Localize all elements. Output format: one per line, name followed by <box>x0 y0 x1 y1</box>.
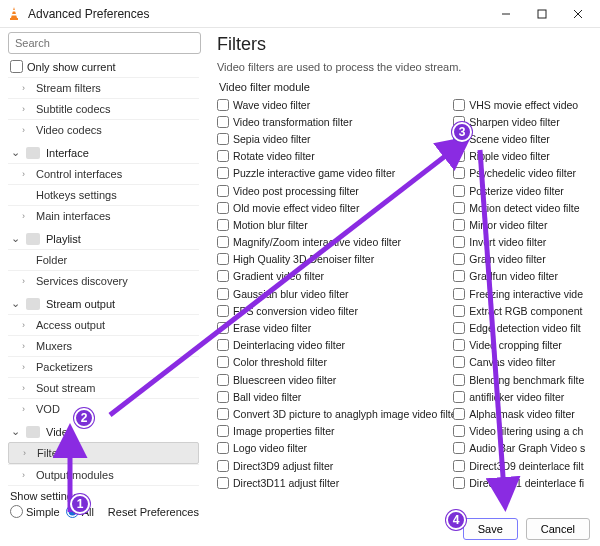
filter-checkbox[interactable] <box>217 477 229 489</box>
filter-checkbox[interactable] <box>453 391 465 403</box>
filter-checkbox-item[interactable]: antiflicker video filter <box>453 389 592 404</box>
filter-checkbox-item[interactable]: Audio Bar Graph Video s <box>453 441 592 456</box>
tree-item-muxers[interactable]: ›Muxers <box>8 335 199 356</box>
cancel-button[interactable]: Cancel <box>526 518 590 540</box>
filter-checkbox[interactable] <box>217 150 229 162</box>
tree-group-interface[interactable]: ⌄Interface <box>8 140 199 163</box>
filter-checkbox-item[interactable]: Posterize video filter <box>453 183 592 198</box>
filter-checkbox[interactable] <box>217 305 229 317</box>
filter-checkbox-item[interactable]: Scene video filter <box>453 131 592 146</box>
filter-checkbox-item[interactable]: Logo video filter <box>217 441 453 456</box>
filter-checkbox[interactable] <box>217 236 229 248</box>
filter-checkbox[interactable] <box>453 356 465 368</box>
only-show-current-checkbox[interactable] <box>10 60 23 73</box>
filter-checkbox-item[interactable]: Invert video filter <box>453 235 592 250</box>
tree-item-packetizers[interactable]: ›Packetizers <box>8 356 199 377</box>
filter-checkbox-item[interactable]: Direct3D9 deinterlace filt <box>453 458 592 473</box>
filter-checkbox-item[interactable]: Video post processing filter <box>217 183 453 198</box>
filter-checkbox-item[interactable]: Freezing interactive vide <box>453 286 592 301</box>
filter-checkbox[interactable] <box>453 99 465 111</box>
tree-item-services-discovery[interactable]: ›Services discovery <box>8 270 199 291</box>
filter-checkbox-item[interactable]: Image properties filter <box>217 424 453 439</box>
tree-item-subtitle-codecs[interactable]: ›Subtitle codecs <box>8 98 199 119</box>
filter-checkbox[interactable] <box>217 408 229 420</box>
tree-item-main-interfaces[interactable]: ›Main interfaces <box>8 205 199 226</box>
tree-item-folder[interactable]: Folder <box>8 249 199 270</box>
filter-checkbox[interactable] <box>217 425 229 437</box>
tree-item-vod[interactable]: ›VOD <box>8 398 199 419</box>
filter-checkbox[interactable] <box>217 288 229 300</box>
filter-checkbox[interactable] <box>217 374 229 386</box>
filter-checkbox-item[interactable]: Wave video filter <box>217 97 453 112</box>
filter-checkbox[interactable] <box>453 202 465 214</box>
filter-checkbox[interactable] <box>453 236 465 248</box>
only-show-current-row[interactable]: Only show current <box>10 60 199 73</box>
filter-checkbox[interactable] <box>217 116 229 128</box>
tree-item-output-modules[interactable]: ›Output modules <box>8 464 199 485</box>
filter-checkbox-item[interactable]: FPS conversion video filter <box>217 303 453 318</box>
filter-checkbox[interactable] <box>217 167 229 179</box>
filter-checkbox[interactable] <box>453 460 465 472</box>
filter-checkbox[interactable] <box>217 185 229 197</box>
maximize-button[interactable] <box>524 2 560 26</box>
tree-item-stream-filters[interactable]: ›Stream filters <box>8 77 199 98</box>
filter-checkbox-item[interactable]: Extract RGB component <box>453 303 592 318</box>
filter-checkbox-item[interactable]: Psychedelic video filter <box>453 166 592 181</box>
filter-checkbox[interactable] <box>453 185 465 197</box>
tree-item-sout-stream[interactable]: ›Sout stream <box>8 377 199 398</box>
filter-checkbox[interactable] <box>217 391 229 403</box>
filter-checkbox-item[interactable]: Video cropping filter <box>453 338 592 353</box>
radio-simple[interactable]: Simple <box>10 505 60 518</box>
filter-checkbox-item[interactable]: Motion detect video filte <box>453 200 592 215</box>
filter-checkbox[interactable] <box>453 288 465 300</box>
filter-checkbox-item[interactable]: Direct3D11 deinterlace fi <box>453 475 592 490</box>
filter-checkbox-item[interactable]: Alpha mask video filter <box>453 406 592 421</box>
filter-checkbox-item[interactable]: Video filtering using a ch <box>453 424 592 439</box>
filter-checkbox[interactable] <box>453 408 465 420</box>
filter-checkbox[interactable] <box>217 356 229 368</box>
filter-checkbox-item[interactable]: Old movie effect video filter <box>217 200 453 215</box>
filter-checkbox-item[interactable]: Sharpen video filter <box>453 114 592 129</box>
filter-checkbox[interactable] <box>217 322 229 334</box>
filter-checkbox[interactable] <box>453 442 465 454</box>
save-button[interactable]: Save <box>463 518 518 540</box>
filter-checkbox-item[interactable]: Rotate video filter <box>217 149 453 164</box>
filter-checkbox[interactable] <box>217 253 229 265</box>
tree-group-playlist[interactable]: ⌄Playlist <box>8 226 199 249</box>
filter-checkbox-item[interactable]: Ball video filter <box>217 389 453 404</box>
tree-item-hotkeys[interactable]: Hotkeys settings <box>8 184 199 205</box>
filter-checkbox-item[interactable]: Blending benchmark filte <box>453 372 592 387</box>
filter-checkbox[interactable] <box>217 460 229 472</box>
filter-checkbox-item[interactable]: Magnify/Zoom interactive video filter <box>217 235 453 250</box>
filter-checkbox[interactable] <box>453 374 465 386</box>
filter-checkbox[interactable] <box>453 167 465 179</box>
tree-item-access-output[interactable]: ›Access output <box>8 314 199 335</box>
filter-checkbox-item[interactable]: Video transformation filter <box>217 114 453 129</box>
filter-checkbox[interactable] <box>453 219 465 231</box>
filter-checkbox-item[interactable]: VHS movie effect video <box>453 97 592 112</box>
filter-checkbox[interactable] <box>217 99 229 111</box>
filter-checkbox-item[interactable]: Puzzle interactive game video filter <box>217 166 453 181</box>
filter-checkbox[interactable] <box>453 322 465 334</box>
filter-checkbox-item[interactable]: Sepia video filter <box>217 131 453 146</box>
reset-preferences-button[interactable]: Reset Preferences <box>108 506 199 518</box>
filter-checkbox[interactable] <box>453 477 465 489</box>
filter-checkbox[interactable] <box>453 305 465 317</box>
filter-checkbox-item[interactable]: Grain video filter <box>453 252 592 267</box>
tree-item-filters[interactable]: ›Filters <box>8 442 199 464</box>
filter-checkbox[interactable] <box>217 133 229 145</box>
filter-checkbox-item[interactable]: Deinterlacing video filter <box>217 338 453 353</box>
filter-checkbox-item[interactable]: Edge detection video filt <box>453 320 592 335</box>
search-input[interactable] <box>8 32 201 54</box>
filter-checkbox[interactable] <box>453 425 465 437</box>
filter-checkbox-item[interactable]: Convert 3D picture to anaglyph image vid… <box>217 406 453 421</box>
tree-item-control-interfaces[interactable]: ›Control interfaces <box>8 163 199 184</box>
filter-checkbox-item[interactable]: Mirror video filter <box>453 217 592 232</box>
filter-checkbox[interactable] <box>217 339 229 351</box>
filter-checkbox-item[interactable]: Gradient video filter <box>217 269 453 284</box>
filter-checkbox-item[interactable]: Direct3D11 adjust filter <box>217 475 453 490</box>
filter-checkbox[interactable] <box>217 202 229 214</box>
tree-group-video[interactable]: ⌄Video <box>8 419 199 442</box>
filter-checkbox-item[interactable]: Direct3D9 adjust filter <box>217 458 453 473</box>
filter-checkbox-item[interactable]: Gaussian blur video filter <box>217 286 453 301</box>
